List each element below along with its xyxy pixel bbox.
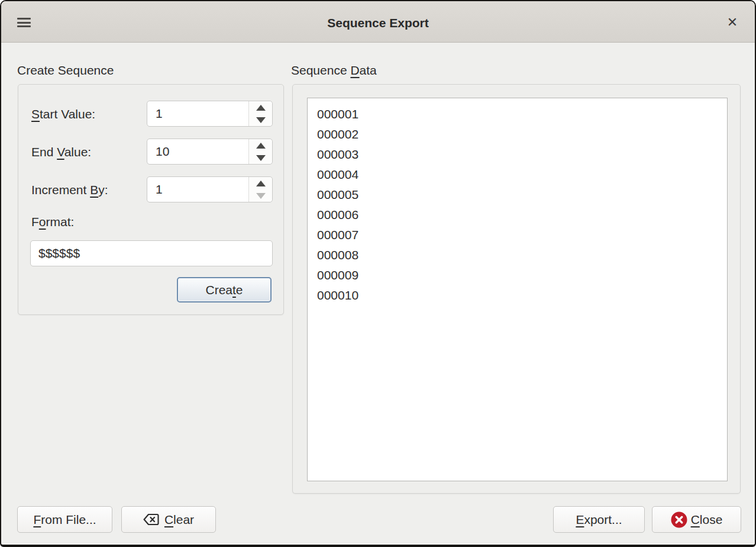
down-arrow-icon-disabled — [256, 193, 266, 199]
sequence-line: 000008 — [317, 245, 727, 265]
sequence-line: 000004 — [317, 165, 727, 185]
red-circle-x-icon — [671, 511, 687, 528]
create-button[interactable]: Create — [177, 277, 272, 303]
sequence-line: 000007 — [317, 225, 727, 245]
start-value-spinbox — [147, 101, 273, 127]
backspace-icon — [143, 513, 159, 526]
down-arrow-icon — [256, 117, 266, 123]
increment-by-spinbox — [147, 176, 273, 202]
sequence-line: 000005 — [317, 185, 727, 205]
start-value-input[interactable] — [147, 101, 248, 126]
increment-by-label: Increment By: — [31, 183, 108, 197]
sequence-data-text[interactable]: 0000010000020000030000040000050000060000… — [307, 98, 728, 481]
end-value-spin-buttons — [248, 139, 272, 164]
sequence-line: 000010 — [317, 285, 727, 305]
start-value-label: Start Value: — [31, 107, 95, 121]
create-sequence-heading: Create Sequence — [17, 63, 114, 78]
end-value-spinbox — [147, 139, 273, 165]
sequence-line: 000001 — [317, 104, 727, 124]
increment-by-input[interactable] — [147, 177, 248, 202]
start-value-up-button[interactable] — [249, 101, 272, 114]
end-value-input[interactable] — [147, 139, 248, 164]
end-value-up-button[interactable] — [249, 139, 272, 152]
end-value-label: End Value: — [31, 145, 91, 159]
increment-by-down-button[interactable] — [249, 189, 272, 202]
sequence-line: 000009 — [317, 265, 727, 285]
start-value-spin-buttons — [248, 101, 272, 126]
window-close-icon[interactable]: ✕ — [725, 15, 739, 30]
export-button[interactable]: Export... — [553, 506, 645, 533]
sequence-line: 000002 — [317, 124, 727, 144]
end-value-down-button[interactable] — [249, 152, 272, 164]
close-button[interactable]: Close — [652, 506, 741, 533]
create-sequence-groupbox: Start Value: End Value: Increment By: — [18, 84, 284, 315]
clear-button[interactable]: Clear — [121, 506, 216, 533]
sequence-line: 000003 — [317, 144, 727, 165]
sequence-export-dialog: Sequence Export ✕ Create Sequence Start … — [0, 0, 756, 547]
up-arrow-icon — [256, 143, 266, 149]
titlebar: Sequence Export ✕ — [1, 1, 755, 43]
format-label: Format: — [31, 215, 74, 229]
increment-by-spin-buttons — [248, 177, 272, 202]
window-title: Sequence Export — [1, 16, 755, 30]
up-arrow-icon — [256, 181, 266, 186]
sequence-line: 000006 — [317, 205, 727, 225]
down-arrow-icon — [256, 155, 266, 161]
up-arrow-icon — [256, 105, 266, 111]
from-file-button[interactable]: From File... — [17, 506, 112, 533]
start-value-down-button[interactable] — [249, 114, 272, 126]
format-input[interactable] — [30, 240, 273, 266]
sequence-data-heading: Sequence Data — [291, 63, 377, 78]
increment-by-up-button[interactable] — [249, 177, 272, 189]
